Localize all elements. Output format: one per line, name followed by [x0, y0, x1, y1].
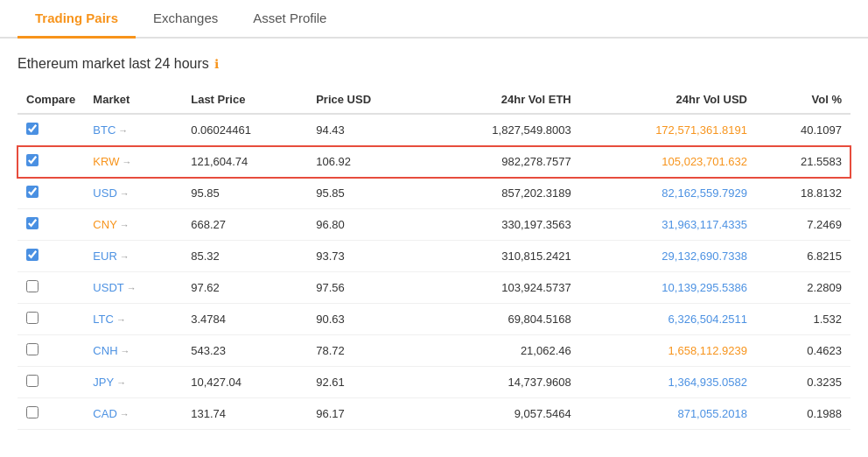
- compare-cell: [18, 335, 84, 367]
- compare-checkbox[interactable]: [26, 217, 38, 229]
- market-arrow-icon: →: [127, 283, 136, 293]
- vol-pct-cell: 6.8215: [756, 241, 850, 272]
- market-header: Market: [84, 86, 182, 114]
- last-price-cell: 668.27: [182, 209, 307, 241]
- vol-usd-cell: 6,326,504.2511: [580, 304, 756, 335]
- compare-cell: [18, 398, 84, 430]
- market-arrow-icon: →: [118, 125, 128, 136]
- vol-usd-cell: 82,162,559.7929: [580, 178, 756, 209]
- market-link[interactable]: BTC →: [93, 123, 173, 137]
- table-body: BTC →0.0602446194.431,827,549.8003172,57…: [18, 114, 850, 430]
- market-cell: BTC →: [84, 114, 182, 146]
- info-icon[interactable]: ℹ: [214, 57, 219, 71]
- last-price-header: Last Price: [182, 86, 307, 114]
- compare-checkbox[interactable]: [26, 280, 38, 292]
- market-table: Compare Market Last Price Price USD 24hr…: [18, 86, 850, 430]
- table-row: CAD →131.7496.179,057.5464871,055.20180.…: [18, 398, 850, 430]
- vol-eth-cell: 310,815.2421: [424, 241, 580, 272]
- compare-checkbox[interactable]: [26, 375, 38, 387]
- last-price-cell: 131.74: [182, 398, 307, 430]
- vol-usd-cell: 1,364,935.0582: [580, 367, 756, 398]
- vol-eth-cell: 9,057.5464: [424, 398, 580, 430]
- market-link[interactable]: JPY →: [93, 376, 173, 389]
- last-price-cell: 85.32: [182, 241, 307, 272]
- market-link[interactable]: CNH →: [93, 344, 173, 357]
- compare-cell: [18, 304, 84, 335]
- market-arrow-icon: →: [120, 220, 130, 230]
- table-row: EUR →85.3293.73310,815.242129,132,690.73…: [18, 241, 850, 272]
- market-link[interactable]: CAD →: [93, 407, 173, 420]
- market-cell: JPY →: [84, 367, 182, 398]
- table-row: CNH →543.2378.7221,062.461,658,112.92390…: [18, 335, 850, 367]
- compare-checkbox[interactable]: [26, 312, 38, 324]
- table-row: CNY →668.2796.80330,197.356331,963,117.4…: [18, 209, 850, 241]
- market-cell: CNH →: [84, 335, 182, 367]
- compare-checkbox[interactable]: [26, 406, 38, 418]
- table-row: LTC →3.478490.6369,804.51686,326,504.251…: [18, 304, 850, 335]
- compare-cell: [18, 209, 84, 241]
- compare-checkbox[interactable]: [26, 123, 38, 135]
- price-usd-cell: 78.72: [307, 335, 424, 367]
- compare-checkbox[interactable]: [26, 343, 38, 355]
- compare-cell: [18, 272, 84, 304]
- market-cell: CNY →: [84, 209, 182, 241]
- vol-usd-cell: 29,132,690.7338: [580, 241, 756, 272]
- market-section: Ethereum market last 24 hours ℹ Compare …: [0, 56, 868, 430]
- vol-pct-cell: 7.2469: [756, 209, 850, 241]
- tabs-nav: Trading Pairs Exchanges Asset Profile: [0, 0, 868, 39]
- market-arrow-icon: →: [116, 314, 126, 325]
- market-arrow-icon: →: [121, 346, 130, 356]
- vol-usd-header: 24hr Vol USD: [580, 86, 756, 114]
- vol-eth-cell: 21,062.46: [424, 335, 580, 367]
- last-price-cell: 3.4784: [182, 304, 307, 335]
- market-cell: LTC →: [84, 304, 182, 335]
- last-price-cell: 10,427.04: [182, 367, 307, 398]
- compare-cell: [18, 367, 84, 398]
- vol-pct-cell: 0.3235: [756, 367, 850, 398]
- vol-pct-cell: 18.8132: [756, 178, 850, 209]
- last-price-cell: 543.23: [182, 335, 307, 367]
- vol-eth-cell: 982,278.7577: [424, 146, 580, 178]
- market-link[interactable]: EUR →: [93, 250, 173, 263]
- market-link[interactable]: USD →: [93, 186, 173, 200]
- tab-exchanges[interactable]: Exchanges: [136, 0, 235, 39]
- vol-pct-cell: 2.2809: [756, 272, 850, 304]
- compare-checkbox[interactable]: [26, 154, 38, 166]
- vol-usd-cell: 105,023,701.632: [580, 146, 756, 178]
- vol-eth-cell: 1,827,549.8003: [424, 114, 580, 146]
- market-arrow-icon: →: [120, 188, 130, 199]
- price-usd-header: Price USD: [307, 86, 424, 114]
- vol-eth-cell: 69,804.5168: [424, 304, 580, 335]
- tab-asset-profile[interactable]: Asset Profile: [235, 0, 344, 39]
- price-usd-cell: 97.56: [307, 272, 424, 304]
- compare-checkbox[interactable]: [26, 249, 38, 261]
- compare-checkbox[interactable]: [26, 186, 38, 198]
- market-arrow-icon: →: [122, 157, 131, 167]
- table-header: Compare Market Last Price Price USD 24hr…: [18, 86, 850, 114]
- vol-pct-header: Vol %: [756, 86, 850, 114]
- vol-eth-cell: 857,202.3189: [424, 178, 580, 209]
- market-cell: KRW →: [84, 146, 182, 178]
- market-arrow-icon: →: [120, 251, 130, 262]
- vol-pct-cell: 40.1097: [756, 114, 850, 146]
- last-price-cell: 0.06024461: [182, 114, 307, 146]
- table-row: USDT →97.6297.56103,924.573710,139,295.5…: [18, 272, 850, 304]
- market-link[interactable]: USDT →: [93, 281, 173, 294]
- tab-trading-pairs[interactable]: Trading Pairs: [18, 0, 136, 39]
- market-arrow-icon: →: [116, 377, 126, 388]
- price-usd-cell: 94.43: [307, 114, 424, 146]
- market-link[interactable]: CNY →: [93, 218, 173, 231]
- compare-cell: [18, 146, 84, 178]
- vol-usd-cell: 10,139,295.5386: [580, 272, 756, 304]
- vol-pct-cell: 21.5583: [756, 146, 850, 178]
- market-link[interactable]: KRW →: [93, 155, 173, 168]
- compare-header: Compare: [18, 86, 84, 114]
- market-arrow-icon: →: [120, 409, 130, 419]
- price-usd-cell: 96.17: [307, 398, 424, 430]
- price-usd-cell: 106.92: [307, 146, 424, 178]
- vol-usd-cell: 31,963,117.4335: [580, 209, 756, 241]
- price-usd-cell: 96.80: [307, 209, 424, 241]
- price-usd-cell: 95.85: [307, 178, 424, 209]
- market-link[interactable]: LTC →: [93, 313, 173, 326]
- market-cell: EUR →: [84, 241, 182, 272]
